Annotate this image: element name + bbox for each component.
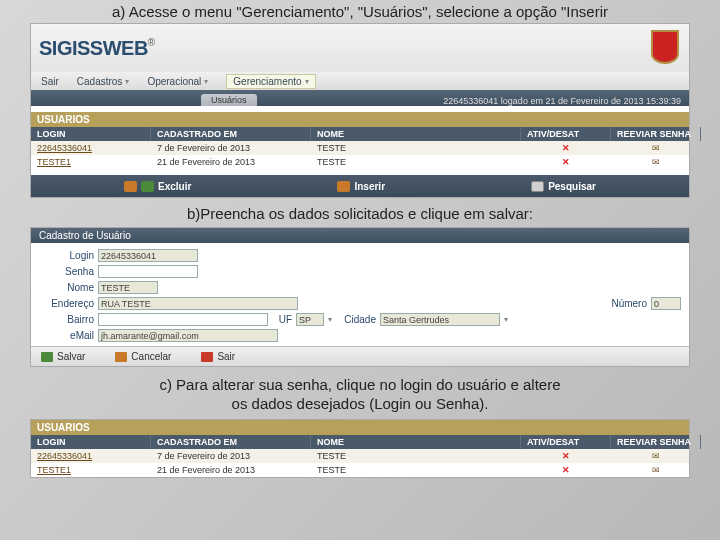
- caption-b: b)Preencha os dados solicitados e clique…: [0, 202, 720, 225]
- delete-icon-2: [141, 181, 154, 192]
- logo-mark: ®: [148, 37, 155, 48]
- cell-cad: 21 de Fevereiro de 2013: [151, 463, 311, 477]
- input-numero[interactable]: 0: [651, 297, 681, 310]
- menu-gerenciamento-label: Gerenciamento: [233, 76, 301, 87]
- label-uf: UF: [272, 314, 292, 325]
- main-menu: Sair Cadastros▾ Operacional▾ Gerenciamen…: [31, 72, 689, 90]
- label-nome: Nome: [39, 282, 94, 293]
- cell-cad: 7 de Fevereiro de 2013: [151, 141, 311, 155]
- label-senha: Senha: [39, 266, 94, 277]
- insert-icon: [337, 181, 350, 192]
- label-login: Login: [39, 250, 94, 261]
- chevron-down-icon: ▾: [204, 77, 208, 86]
- input-email[interactable]: jh.amarante@gmail.com: [98, 329, 278, 342]
- sair-button[interactable]: Sair: [201, 351, 235, 362]
- table-row: TESTE1 21 de Fevereiro de 2013 TESTE ✕ ✉: [31, 463, 689, 477]
- input-login[interactable]: 22645336041: [98, 249, 198, 262]
- select-uf[interactable]: SP: [296, 313, 324, 326]
- caption-c-line2: os dados desejados (Login ou Senha).: [232, 395, 489, 412]
- caption-c-line1: c) Para alterar sua senha, clique no log…: [159, 376, 560, 393]
- chevron-down-icon: ▾: [305, 77, 309, 86]
- label-email: eMail: [39, 330, 94, 341]
- salvar-label: Salvar: [57, 351, 85, 362]
- resend-mail-icon[interactable]: ✉: [611, 141, 701, 155]
- tab-bar: Usuários 22645336041 logado em 21 de Fev…: [31, 90, 689, 106]
- inserir-button[interactable]: Inserir: [337, 181, 385, 192]
- input-bairro[interactable]: [98, 313, 268, 326]
- table-row: 22645336041 7 de Fevereiro de 2013 TESTE…: [31, 449, 689, 463]
- salvar-button[interactable]: Salvar: [41, 351, 85, 362]
- sair-label: Sair: [217, 351, 235, 362]
- label-bairro: Bairro: [39, 314, 94, 325]
- input-endereco[interactable]: RUA TESTE: [98, 297, 298, 310]
- cancel-icon: [115, 352, 127, 362]
- menu-cadastros[interactable]: Cadastros▾: [77, 76, 130, 87]
- deactivate-icon[interactable]: ✕: [521, 463, 611, 477]
- col-nome: NOME: [311, 127, 521, 141]
- cell-nome: TESTE: [311, 141, 521, 155]
- excluir-label: Excluir: [158, 181, 191, 192]
- col-reenv: REEVIAR SENHA: [611, 127, 701, 141]
- menu-gerenciamento[interactable]: Gerenciamento▾: [226, 74, 315, 89]
- exit-icon: [201, 352, 213, 362]
- cancelar-label: Cancelar: [131, 351, 171, 362]
- app-logo: SIGISSWEB®: [39, 37, 155, 60]
- cancelar-button[interactable]: Cancelar: [115, 351, 171, 362]
- login-link[interactable]: TESTE1: [37, 157, 71, 167]
- table-row: TESTE1 21 de Fevereiro de 2013 TESTE ✕ ✉: [31, 155, 689, 169]
- cell-cad: 21 de Fevereiro de 2013: [151, 155, 311, 169]
- form-actions: Salvar Cancelar Sair: [31, 346, 689, 366]
- menu-operacional-label: Operacional: [147, 76, 201, 87]
- deactivate-icon[interactable]: ✕: [521, 155, 611, 169]
- input-nome[interactable]: TESTE: [98, 281, 158, 294]
- pesquisar-button[interactable]: Pesquisar: [531, 181, 596, 192]
- col-reenv: REEVIAR SENHA: [611, 435, 701, 449]
- screenshot-b: Cadastro de Usuário Login 22645336041 Se…: [30, 227, 690, 367]
- col-ativ: ATIV/DESAT: [521, 127, 611, 141]
- excluir-button[interactable]: Excluir: [124, 181, 191, 192]
- screenshot-c: USUARIOS LOGIN CADASTRADO EM NOME ATIV/D…: [30, 419, 690, 478]
- menu-operacional[interactable]: Operacional▾: [147, 76, 208, 87]
- col-ativ: ATIV/DESAT: [521, 435, 611, 449]
- chevron-down-icon: ▾: [504, 315, 508, 324]
- cell-nome: TESTE: [311, 155, 521, 169]
- label-cidade: Cidade: [336, 314, 376, 325]
- col-login: LOGIN: [31, 127, 151, 141]
- caption-c: c) Para alterar sua senha, clique no log…: [0, 373, 720, 417]
- delete-icon: [124, 181, 137, 192]
- col-cad: CADASTRADO EM: [151, 127, 311, 141]
- section-title-usuarios-a: USUARIOS: [31, 112, 689, 127]
- caption-a: a) Acesse o menu "Gerenciamento", "Usuár…: [0, 0, 720, 23]
- resend-mail-icon[interactable]: ✉: [611, 449, 701, 463]
- resend-mail-icon[interactable]: ✉: [611, 155, 701, 169]
- action-bar-a: Excluir Inserir Pesquisar: [31, 175, 689, 197]
- menu-cadastros-label: Cadastros: [77, 76, 123, 87]
- tab-usuarios[interactable]: Usuários: [201, 94, 257, 106]
- crest-icon: [651, 30, 679, 64]
- select-cidade[interactable]: Santa Gertrudes: [380, 313, 500, 326]
- table-header-c: LOGIN CADASTRADO EM NOME ATIV/DESAT REEV…: [31, 435, 689, 449]
- form-title: Cadastro de Usuário: [31, 228, 689, 243]
- deactivate-icon[interactable]: ✕: [521, 141, 611, 155]
- login-link[interactable]: 22645336041: [37, 451, 92, 461]
- login-link[interactable]: TESTE1: [37, 465, 71, 475]
- cell-nome: TESTE: [311, 463, 521, 477]
- login-link[interactable]: 22645336041: [37, 143, 92, 153]
- input-senha[interactable]: [98, 265, 198, 278]
- label-endereco: Endereço: [39, 298, 94, 309]
- chevron-down-icon: ▾: [125, 77, 129, 86]
- table-row: 22645336041 7 de Fevereiro de 2013 TESTE…: [31, 141, 689, 155]
- col-nome: NOME: [311, 435, 521, 449]
- resend-mail-icon[interactable]: ✉: [611, 463, 701, 477]
- app-header: SIGISSWEB®: [31, 24, 689, 72]
- cell-nome: TESTE: [311, 449, 521, 463]
- col-login: LOGIN: [31, 435, 151, 449]
- table-header-a: LOGIN CADASTRADO EM NOME ATIV/DESAT REEV…: [31, 127, 689, 141]
- deactivate-icon[interactable]: ✕: [521, 449, 611, 463]
- section-title-usuarios-c: USUARIOS: [31, 420, 689, 435]
- status-logged-in: 22645336041 logado em 21 de Fevereiro de…: [443, 96, 689, 106]
- col-cad: CADASTRADO EM: [151, 435, 311, 449]
- chevron-down-icon: ▾: [328, 315, 332, 324]
- pesquisar-label: Pesquisar: [548, 181, 596, 192]
- menu-sair[interactable]: Sair: [41, 76, 59, 87]
